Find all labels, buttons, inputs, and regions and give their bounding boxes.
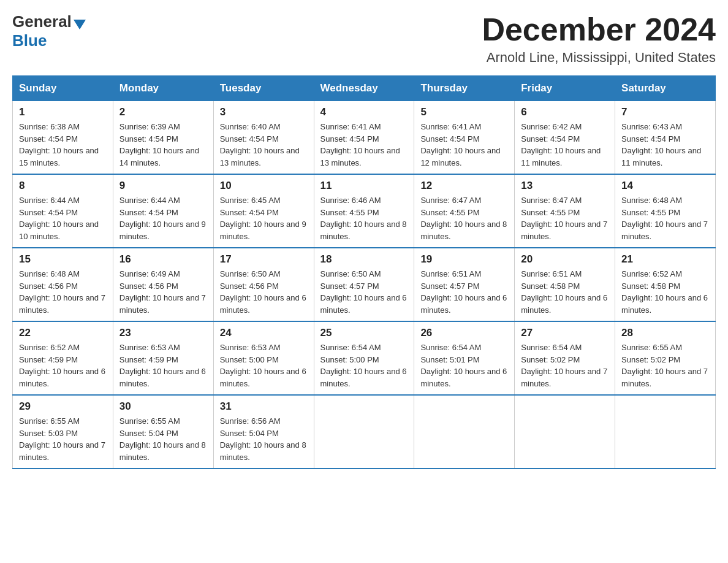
calendar-day-cell: 21Sunrise: 6:52 AMSunset: 4:58 PMDayligh… (615, 248, 716, 321)
day-info: Sunrise: 6:53 AMSunset: 4:59 PMDaylight:… (119, 342, 207, 389)
day-info: Sunrise: 6:48 AMSunset: 4:56 PMDaylight:… (19, 268, 107, 316)
day-number: 24 (220, 327, 308, 339)
page-subtitle: Arnold Line, Mississippi, United States (482, 50, 716, 66)
day-number: 25 (320, 327, 408, 339)
calendar-week-row: 22Sunrise: 6:52 AMSunset: 4:59 PMDayligh… (13, 321, 716, 395)
day-number: 5 (420, 106, 508, 118)
day-info: Sunrise: 6:44 AMSunset: 4:54 PMDaylight:… (19, 194, 107, 242)
calendar-week-row: 15Sunrise: 6:48 AMSunset: 4:56 PMDayligh… (13, 248, 716, 321)
day-info: Sunrise: 6:50 AMSunset: 4:57 PMDaylight:… (320, 268, 408, 316)
day-info: Sunrise: 6:52 AMSunset: 4:58 PMDaylight:… (621, 268, 709, 316)
calendar-day-cell: 19Sunrise: 6:51 AMSunset: 4:57 PMDayligh… (414, 248, 515, 321)
day-number: 20 (521, 253, 609, 266)
calendar-day-cell: 16Sunrise: 6:49 AMSunset: 4:56 PMDayligh… (113, 248, 213, 321)
page-header: General Blue December 2024 Arnold Line, … (12, 12, 716, 66)
calendar-day-cell: 18Sunrise: 6:50 AMSunset: 4:57 PMDayligh… (314, 248, 414, 321)
day-number: 17 (220, 253, 308, 266)
day-number: 8 (19, 180, 107, 192)
day-number: 19 (420, 253, 508, 266)
day-info: Sunrise: 6:47 AMSunset: 4:55 PMDaylight:… (420, 194, 508, 242)
calendar-day-header: Wednesday (314, 76, 414, 101)
calendar-day-cell: 15Sunrise: 6:48 AMSunset: 4:56 PMDayligh… (13, 248, 113, 321)
calendar-day-cell: 27Sunrise: 6:54 AMSunset: 5:02 PMDayligh… (515, 321, 615, 395)
day-number: 4 (320, 106, 408, 118)
calendar-day-cell: 12Sunrise: 6:47 AMSunset: 4:55 PMDayligh… (414, 174, 515, 248)
calendar-day-cell: 28Sunrise: 6:55 AMSunset: 5:02 PMDayligh… (615, 321, 716, 395)
day-info: Sunrise: 6:54 AMSunset: 5:02 PMDaylight:… (521, 342, 609, 389)
day-info: Sunrise: 6:44 AMSunset: 4:54 PMDaylight:… (119, 194, 207, 242)
calendar-day-header: Tuesday (213, 76, 314, 101)
calendar-day-header: Thursday (414, 76, 515, 101)
day-info: Sunrise: 6:40 AMSunset: 4:54 PMDaylight:… (220, 121, 308, 169)
day-number: 9 (119, 180, 207, 192)
calendar-day-cell: 2Sunrise: 6:39 AMSunset: 4:54 PMDaylight… (113, 101, 213, 175)
day-info: Sunrise: 6:56 AMSunset: 5:04 PMDaylight:… (220, 415, 308, 463)
calendar-day-cell: 17Sunrise: 6:50 AMSunset: 4:56 PMDayligh… (213, 248, 314, 321)
calendar-day-cell: 7Sunrise: 6:43 AMSunset: 4:54 PMDaylight… (615, 101, 716, 175)
day-number: 18 (320, 253, 408, 266)
calendar-day-cell: 14Sunrise: 6:48 AMSunset: 4:55 PMDayligh… (615, 174, 716, 248)
calendar-day-cell: 3Sunrise: 6:40 AMSunset: 4:54 PMDaylight… (213, 101, 314, 175)
day-info: Sunrise: 6:41 AMSunset: 4:54 PMDaylight:… (420, 121, 508, 169)
day-number: 31 (220, 400, 308, 413)
day-info: Sunrise: 6:41 AMSunset: 4:54 PMDaylight:… (320, 121, 408, 169)
calendar-day-cell: 22Sunrise: 6:52 AMSunset: 4:59 PMDayligh… (13, 321, 113, 395)
day-info: Sunrise: 6:45 AMSunset: 4:54 PMDaylight:… (220, 194, 308, 242)
calendar-day-header: Sunday (13, 76, 113, 101)
day-info: Sunrise: 6:49 AMSunset: 4:56 PMDaylight:… (119, 268, 207, 316)
day-info: Sunrise: 6:55 AMSunset: 5:03 PMDaylight:… (19, 415, 107, 463)
calendar-day-cell (515, 395, 615, 469)
day-number: 3 (220, 106, 308, 118)
day-number: 29 (19, 400, 107, 413)
calendar-day-cell: 11Sunrise: 6:46 AMSunset: 4:55 PMDayligh… (314, 174, 414, 248)
logo-general-text: General (12, 12, 72, 31)
day-number: 12 (420, 180, 508, 192)
day-number: 2 (119, 106, 207, 118)
day-info: Sunrise: 6:42 AMSunset: 4:54 PMDaylight:… (521, 121, 609, 169)
day-info: Sunrise: 6:38 AMSunset: 4:54 PMDaylight:… (19, 121, 107, 169)
day-info: Sunrise: 6:43 AMSunset: 4:54 PMDaylight:… (621, 121, 709, 169)
logo-blue-text: Blue (12, 31, 47, 50)
calendar-day-header: Monday (113, 76, 213, 101)
day-number: 13 (521, 180, 609, 192)
calendar-day-cell: 10Sunrise: 6:45 AMSunset: 4:54 PMDayligh… (213, 174, 314, 248)
calendar-day-cell: 26Sunrise: 6:54 AMSunset: 5:01 PMDayligh… (414, 321, 515, 395)
calendar-day-cell: 20Sunrise: 6:51 AMSunset: 4:58 PMDayligh… (515, 248, 615, 321)
day-info: Sunrise: 6:54 AMSunset: 5:01 PMDaylight:… (420, 342, 508, 389)
calendar-day-cell (615, 395, 716, 469)
calendar-header-row: SundayMondayTuesdayWednesdayThursdayFrid… (13, 76, 716, 101)
calendar-day-cell: 30Sunrise: 6:55 AMSunset: 5:04 PMDayligh… (113, 395, 213, 469)
calendar-day-cell: 1Sunrise: 6:38 AMSunset: 4:54 PMDaylight… (13, 101, 113, 175)
calendar-day-cell: 4Sunrise: 6:41 AMSunset: 4:54 PMDaylight… (314, 101, 414, 175)
title-area: December 2024 Arnold Line, Mississippi, … (482, 12, 716, 66)
day-info: Sunrise: 6:47 AMSunset: 4:55 PMDaylight:… (521, 194, 609, 242)
calendar-day-cell: 6Sunrise: 6:42 AMSunset: 4:54 PMDaylight… (515, 101, 615, 175)
day-number: 10 (220, 180, 308, 192)
calendar-body: 1Sunrise: 6:38 AMSunset: 4:54 PMDaylight… (13, 101, 716, 469)
calendar-week-row: 1Sunrise: 6:38 AMSunset: 4:54 PMDaylight… (13, 101, 716, 175)
day-info: Sunrise: 6:46 AMSunset: 4:55 PMDaylight:… (320, 194, 408, 242)
logo-triangle-icon (74, 20, 86, 29)
day-number: 16 (119, 253, 207, 266)
calendar-day-header: Friday (515, 76, 615, 101)
calendar-day-cell: 31Sunrise: 6:56 AMSunset: 5:04 PMDayligh… (213, 395, 314, 469)
calendar-day-cell: 23Sunrise: 6:53 AMSunset: 4:59 PMDayligh… (113, 321, 213, 395)
calendar-day-cell (314, 395, 414, 469)
day-number: 6 (521, 106, 609, 118)
day-number: 26 (420, 327, 508, 339)
day-number: 11 (320, 180, 408, 192)
calendar-week-row: 29Sunrise: 6:55 AMSunset: 5:03 PMDayligh… (13, 395, 716, 469)
day-info: Sunrise: 6:54 AMSunset: 5:00 PMDaylight:… (320, 342, 408, 389)
calendar-day-cell: 13Sunrise: 6:47 AMSunset: 4:55 PMDayligh… (515, 174, 615, 248)
calendar-day-cell: 5Sunrise: 6:41 AMSunset: 4:54 PMDaylight… (414, 101, 515, 175)
calendar-header: SundayMondayTuesdayWednesdayThursdayFrid… (13, 76, 716, 101)
day-number: 7 (621, 106, 709, 118)
day-number: 28 (621, 327, 709, 339)
day-number: 27 (521, 327, 609, 339)
day-number: 22 (19, 327, 107, 339)
logo: General Blue (12, 12, 86, 50)
day-number: 14 (621, 180, 709, 192)
calendar-day-cell: 9Sunrise: 6:44 AMSunset: 4:54 PMDaylight… (113, 174, 213, 248)
calendar-day-cell: 8Sunrise: 6:44 AMSunset: 4:54 PMDaylight… (13, 174, 113, 248)
day-info: Sunrise: 6:55 AMSunset: 5:02 PMDaylight:… (621, 342, 709, 389)
